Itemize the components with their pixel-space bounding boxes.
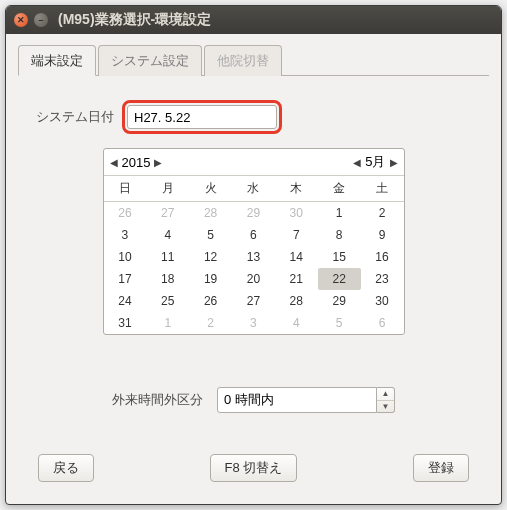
tab-panel: システム日付 ◀ 2015 ▶ ◀ 5月 ▶ [18,76,489,492]
calendar-day[interactable]: 23 [361,268,404,290]
calendar-day[interactable]: 17 [104,268,147,290]
close-icon[interactable]: ✕ [14,13,28,27]
calendar-day[interactable]: 1 [146,312,189,334]
calendar-dow: 水 [232,176,275,202]
calendar-header: ◀ 2015 ▶ ◀ 5月 ▶ [104,149,404,176]
calendar-day[interactable]: 19 [189,268,232,290]
calendar-day[interactable]: 4 [275,312,318,334]
calendar-day[interactable]: 30 [361,290,404,312]
calendar-day[interactable]: 3 [232,312,275,334]
tab-terminal-settings[interactable]: 端末設定 [18,45,96,76]
calendar-day[interactable]: 22 [318,268,361,290]
switch-button[interactable]: F8 切替え [210,454,298,482]
calendar-day[interactable]: 27 [232,290,275,312]
calendar-day[interactable]: 24 [104,290,147,312]
row-system-date: システム日付 [36,100,471,134]
tab-other-institution: 他院切替 [204,45,282,76]
month-label: 5月 [365,153,385,171]
calendar-day[interactable]: 28 [189,202,232,225]
calendar-day[interactable]: 14 [275,246,318,268]
tab-system-settings[interactable]: システム設定 [98,45,202,76]
calendar-day[interactable]: 3 [104,224,147,246]
year-nav[interactable]: ◀ 2015 ▶ [110,155,163,170]
calendar-day[interactable]: 26 [189,290,232,312]
back-button[interactable]: 戻る [38,454,94,482]
calendar-day[interactable]: 29 [318,290,361,312]
calendar-day[interactable]: 31 [104,312,147,334]
calendar-day[interactable]: 6 [232,224,275,246]
after-hours-spinner: ▲ ▼ [217,387,395,413]
window-controls: ✕ – [14,13,48,27]
calendar-day[interactable]: 25 [146,290,189,312]
calendar-day[interactable]: 20 [232,268,275,290]
system-date-highlight [122,100,282,134]
month-next-icon[interactable]: ▶ [390,157,398,168]
spinner-down-icon[interactable]: ▼ [377,401,394,413]
calendar-day[interactable]: 5 [189,224,232,246]
year-prev-icon[interactable]: ◀ [110,157,118,168]
system-date-input[interactable] [127,105,277,129]
content: 端末設定 システム設定 他院切替 システム日付 ◀ 2015 ▶ [6,34,501,504]
calendar-day[interactable]: 2 [361,202,404,225]
month-nav[interactable]: ◀ 5月 ▶ [353,153,397,171]
calendar-table: 日月火水木金土 26272829301234567891011121314151… [104,176,404,334]
calendar-day[interactable]: 30 [275,202,318,225]
tabs-bar: 端末設定 システム設定 他院切替 [18,44,489,76]
calendar-day[interactable]: 13 [232,246,275,268]
calendar-day[interactable]: 18 [146,268,189,290]
system-date-label: システム日付 [36,108,114,126]
year-next-icon[interactable]: ▶ [154,157,162,168]
calendar-day[interactable]: 9 [361,224,404,246]
calendar-day[interactable]: 26 [104,202,147,225]
after-hours-input[interactable] [217,387,377,413]
calendar-day[interactable]: 21 [275,268,318,290]
calendar-day[interactable]: 11 [146,246,189,268]
after-hours-label: 外来時間外区分 [112,391,203,409]
register-button[interactable]: 登録 [413,454,469,482]
row-after-hours: 外来時間外区分 ▲ ▼ [36,387,471,413]
calendar-day[interactable]: 28 [275,290,318,312]
calendar-day[interactable]: 27 [146,202,189,225]
calendar-day[interactable]: 5 [318,312,361,334]
calendar-day[interactable]: 8 [318,224,361,246]
year-label: 2015 [122,155,151,170]
month-prev-icon[interactable]: ◀ [353,157,361,168]
calendar-dow: 日 [104,176,147,202]
calendar-dow: 木 [275,176,318,202]
window: ✕ – (M95)業務選択-環境設定 端末設定 システム設定 他院切替 システム… [5,5,502,505]
calendar-day[interactable]: 6 [361,312,404,334]
minimize-icon[interactable]: – [34,13,48,27]
calendar-dow: 月 [146,176,189,202]
footer: 戻る F8 切替え 登録 [36,450,471,482]
calendar-day[interactable]: 15 [318,246,361,268]
calendar-day[interactable]: 2 [189,312,232,334]
spinner-buttons: ▲ ▼ [377,387,395,413]
calendar: ◀ 2015 ▶ ◀ 5月 ▶ 日月火水木金土 2627282930123456… [103,148,405,335]
calendar-dow: 火 [189,176,232,202]
calendar-day[interactable]: 7 [275,224,318,246]
calendar-day[interactable]: 4 [146,224,189,246]
titlebar: ✕ – (M95)業務選択-環境設定 [6,6,501,34]
calendar-day[interactable]: 10 [104,246,147,268]
calendar-day[interactable]: 29 [232,202,275,225]
calendar-dow: 土 [361,176,404,202]
spinner-up-icon[interactable]: ▲ [377,388,394,401]
window-title: (M95)業務選択-環境設定 [58,11,211,29]
calendar-dow: 金 [318,176,361,202]
calendar-day[interactable]: 16 [361,246,404,268]
calendar-day[interactable]: 1 [318,202,361,225]
calendar-day[interactable]: 12 [189,246,232,268]
